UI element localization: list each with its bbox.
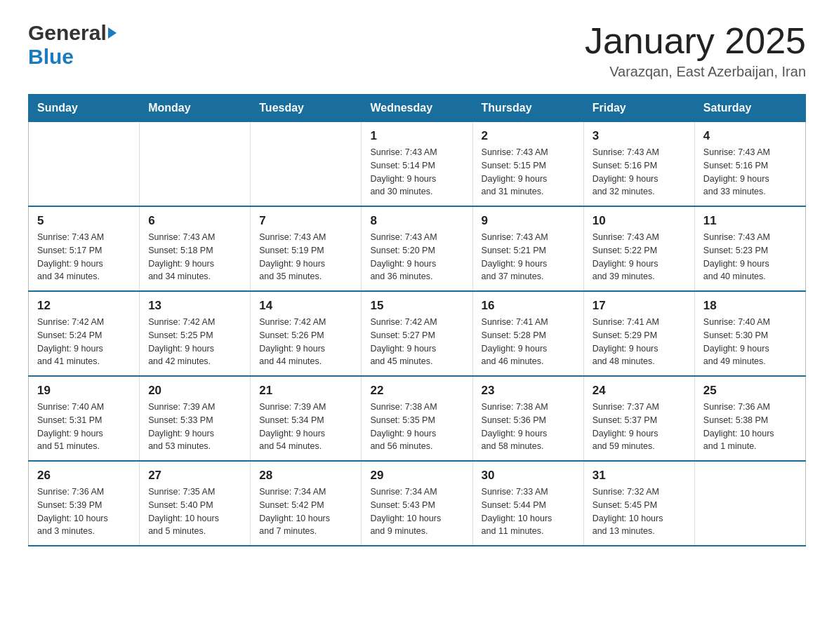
- logo-general-text: General: [28, 21, 107, 45]
- day-info: Sunrise: 7:43 AM Sunset: 5:15 PM Dayligh…: [482, 146, 575, 199]
- calendar-cell: 27Sunrise: 7:35 AM Sunset: 5:40 PM Dayli…: [140, 461, 251, 546]
- calendar-cell: 22Sunrise: 7:38 AM Sunset: 5:35 PM Dayli…: [362, 376, 472, 461]
- day-info: Sunrise: 7:41 AM Sunset: 5:29 PM Dayligh…: [593, 316, 686, 368]
- day-info: Sunrise: 7:39 AM Sunset: 5:33 PM Dayligh…: [148, 401, 241, 453]
- day-info: Sunrise: 7:34 AM Sunset: 5:43 PM Dayligh…: [370, 485, 463, 538]
- calendar-cell: 15Sunrise: 7:42 AM Sunset: 5:27 PM Dayli…: [362, 291, 472, 376]
- calendar-cell: 24Sunrise: 7:37 AM Sunset: 5:37 PM Dayli…: [583, 376, 694, 461]
- day-info: Sunrise: 7:41 AM Sunset: 5:28 PM Dayligh…: [482, 316, 575, 368]
- day-number: 2: [482, 129, 575, 143]
- day-number: 22: [370, 384, 463, 398]
- calendar-cell: 13Sunrise: 7:42 AM Sunset: 5:25 PM Dayli…: [140, 291, 251, 376]
- logo: General Blue: [28, 21, 118, 69]
- weekday-header-wednesday: Wednesday: [362, 95, 472, 122]
- calendar-cell: 26Sunrise: 7:36 AM Sunset: 5:39 PM Dayli…: [29, 461, 140, 546]
- day-number: 5: [37, 214, 131, 228]
- calendar-cell: 17Sunrise: 7:41 AM Sunset: 5:29 PM Dayli…: [583, 291, 694, 376]
- day-number: 12: [37, 299, 131, 313]
- day-number: 13: [148, 299, 241, 313]
- day-info: Sunrise: 7:34 AM Sunset: 5:42 PM Dayligh…: [259, 485, 352, 538]
- day-number: 30: [482, 469, 575, 483]
- weekday-header-sunday: Sunday: [29, 95, 140, 122]
- day-info: Sunrise: 7:32 AM Sunset: 5:45 PM Dayligh…: [593, 485, 686, 538]
- calendar-week-row: 26Sunrise: 7:36 AM Sunset: 5:39 PM Dayli…: [29, 461, 806, 546]
- calendar-cell: 20Sunrise: 7:39 AM Sunset: 5:33 PM Dayli…: [140, 376, 251, 461]
- calendar-cell: 1Sunrise: 7:43 AM Sunset: 5:14 PM Daylig…: [362, 122, 472, 207]
- calendar-cell: 3Sunrise: 7:43 AM Sunset: 5:16 PM Daylig…: [583, 122, 694, 207]
- day-number: 26: [37, 469, 131, 483]
- day-info: Sunrise: 7:43 AM Sunset: 5:23 PM Dayligh…: [703, 231, 797, 283]
- calendar-week-row: 5Sunrise: 7:43 AM Sunset: 5:17 PM Daylig…: [29, 206, 806, 291]
- day-number: 4: [703, 129, 797, 143]
- day-number: 23: [482, 384, 575, 398]
- calendar-cell: 19Sunrise: 7:40 AM Sunset: 5:31 PM Dayli…: [29, 376, 140, 461]
- day-info: Sunrise: 7:40 AM Sunset: 5:31 PM Dayligh…: [37, 401, 131, 453]
- calendar-cell: [29, 122, 140, 207]
- day-info: Sunrise: 7:37 AM Sunset: 5:37 PM Dayligh…: [593, 401, 686, 453]
- calendar-cell: [251, 122, 362, 207]
- calendar-cell: 11Sunrise: 7:43 AM Sunset: 5:23 PM Dayli…: [694, 206, 805, 291]
- day-number: 15: [370, 299, 463, 313]
- day-info: Sunrise: 7:36 AM Sunset: 5:39 PM Dayligh…: [37, 485, 131, 538]
- logo-blue-text: Blue: [28, 45, 74, 69]
- day-info: Sunrise: 7:42 AM Sunset: 5:27 PM Dayligh…: [370, 316, 463, 368]
- weekday-header-monday: Monday: [140, 95, 251, 122]
- calendar-cell: 23Sunrise: 7:38 AM Sunset: 5:36 PM Dayli…: [472, 376, 583, 461]
- day-number: 18: [703, 299, 797, 313]
- day-number: 16: [482, 299, 575, 313]
- calendar-cell: 2Sunrise: 7:43 AM Sunset: 5:15 PM Daylig…: [472, 122, 583, 207]
- page-header: General Blue January 2025 Varazqan, East…: [28, 21, 806, 80]
- location-subtitle: Varazqan, East Azerbaijan, Iran: [585, 64, 806, 80]
- calendar-cell: 28Sunrise: 7:34 AM Sunset: 5:42 PM Dayli…: [251, 461, 362, 546]
- day-info: Sunrise: 7:36 AM Sunset: 5:38 PM Dayligh…: [703, 401, 797, 453]
- day-info: Sunrise: 7:43 AM Sunset: 5:22 PM Dayligh…: [593, 231, 686, 283]
- day-number: 1: [370, 129, 463, 143]
- day-info: Sunrise: 7:43 AM Sunset: 5:16 PM Dayligh…: [593, 146, 686, 199]
- calendar-cell: 5Sunrise: 7:43 AM Sunset: 5:17 PM Daylig…: [29, 206, 140, 291]
- calendar-cell: 16Sunrise: 7:41 AM Sunset: 5:28 PM Dayli…: [472, 291, 583, 376]
- day-number: 7: [259, 214, 352, 228]
- day-number: 14: [259, 299, 352, 313]
- calendar-week-row: 19Sunrise: 7:40 AM Sunset: 5:31 PM Dayli…: [29, 376, 806, 461]
- calendar-cell: 21Sunrise: 7:39 AM Sunset: 5:34 PM Dayli…: [251, 376, 362, 461]
- day-info: Sunrise: 7:40 AM Sunset: 5:30 PM Dayligh…: [703, 316, 797, 368]
- day-number: 31: [593, 469, 686, 483]
- calendar-cell: 8Sunrise: 7:43 AM Sunset: 5:20 PM Daylig…: [362, 206, 472, 291]
- day-info: Sunrise: 7:35 AM Sunset: 5:40 PM Dayligh…: [148, 485, 241, 538]
- calendar-table: SundayMondayTuesdayWednesdayThursdayFrid…: [28, 94, 806, 546]
- calendar-cell: 18Sunrise: 7:40 AM Sunset: 5:30 PM Dayli…: [694, 291, 805, 376]
- calendar-cell: [140, 122, 251, 207]
- day-number: 6: [148, 214, 241, 228]
- main-title: January 2025: [585, 21, 806, 61]
- day-number: 24: [593, 384, 686, 398]
- day-number: 29: [370, 469, 463, 483]
- day-info: Sunrise: 7:42 AM Sunset: 5:25 PM Dayligh…: [148, 316, 241, 368]
- weekday-header-friday: Friday: [583, 95, 694, 122]
- day-number: 27: [148, 469, 241, 483]
- calendar-cell: 29Sunrise: 7:34 AM Sunset: 5:43 PM Dayli…: [362, 461, 472, 546]
- weekday-header-thursday: Thursday: [472, 95, 583, 122]
- calendar-cell: 7Sunrise: 7:43 AM Sunset: 5:19 PM Daylig…: [251, 206, 362, 291]
- day-info: Sunrise: 7:43 AM Sunset: 5:21 PM Dayligh…: [482, 231, 575, 283]
- day-number: 11: [703, 214, 797, 228]
- day-number: 20: [148, 384, 241, 398]
- day-info: Sunrise: 7:39 AM Sunset: 5:34 PM Dayligh…: [259, 401, 352, 453]
- calendar-week-row: 1Sunrise: 7:43 AM Sunset: 5:14 PM Daylig…: [29, 122, 806, 207]
- calendar-cell: 9Sunrise: 7:43 AM Sunset: 5:21 PM Daylig…: [472, 206, 583, 291]
- weekday-header-tuesday: Tuesday: [251, 95, 362, 122]
- logo-triangle-icon: [108, 27, 117, 39]
- calendar-cell: 4Sunrise: 7:43 AM Sunset: 5:16 PM Daylig…: [694, 122, 805, 207]
- calendar-week-row: 12Sunrise: 7:42 AM Sunset: 5:24 PM Dayli…: [29, 291, 806, 376]
- day-info: Sunrise: 7:43 AM Sunset: 5:18 PM Dayligh…: [148, 231, 241, 283]
- day-number: 10: [593, 214, 686, 228]
- weekday-header-saturday: Saturday: [694, 95, 805, 122]
- day-info: Sunrise: 7:43 AM Sunset: 5:17 PM Dayligh…: [37, 231, 131, 283]
- day-info: Sunrise: 7:42 AM Sunset: 5:26 PM Dayligh…: [259, 316, 352, 368]
- day-info: Sunrise: 7:33 AM Sunset: 5:44 PM Dayligh…: [482, 485, 575, 538]
- calendar-cell: [694, 461, 805, 546]
- day-info: Sunrise: 7:38 AM Sunset: 5:35 PM Dayligh…: [370, 401, 463, 453]
- calendar-cell: 12Sunrise: 7:42 AM Sunset: 5:24 PM Dayli…: [29, 291, 140, 376]
- day-number: 9: [482, 214, 575, 228]
- day-number: 25: [703, 384, 797, 398]
- day-number: 17: [593, 299, 686, 313]
